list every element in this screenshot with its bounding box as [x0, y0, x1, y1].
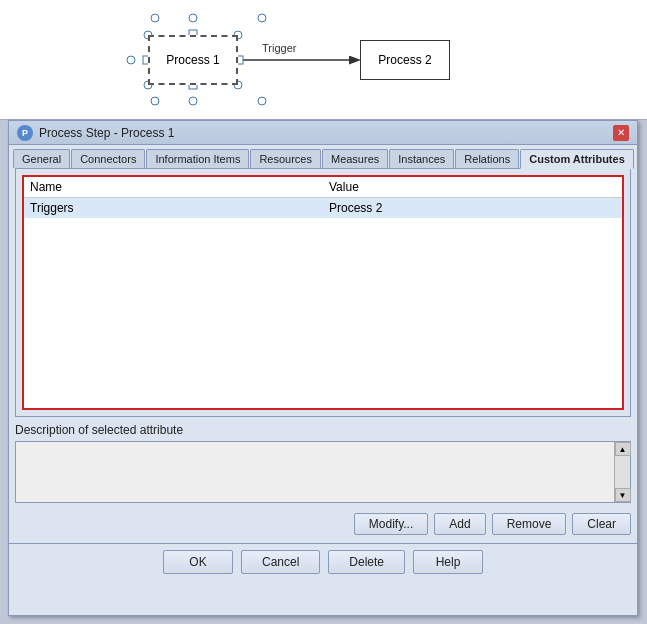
tab-instances[interactable]: Instances [389, 149, 454, 168]
add-button[interactable]: Add [434, 513, 485, 535]
tabs-bar: General Connectors Information Items Res… [9, 145, 637, 168]
remove-button[interactable]: Remove [492, 513, 567, 535]
table-header-row: Name Value [24, 177, 622, 198]
tab-information-items[interactable]: Information Items [146, 149, 249, 168]
process1-box[interactable]: Process 1 [148, 35, 238, 85]
modify-button[interactable]: Modify... [354, 513, 428, 535]
table-row[interactable]: Triggers Process 2 [24, 198, 622, 218]
tab-custom-attributes[interactable]: Custom Attributes [520, 149, 634, 169]
content-area: Name Value Triggers Process 2 [15, 168, 631, 417]
dialog-titlebar: P Process Step - Process 1 ✕ [9, 121, 637, 145]
description-textarea-wrapper: ▲ ▼ [15, 441, 631, 503]
close-button[interactable]: ✕ [613, 125, 629, 141]
scroll-down-button[interactable]: ▼ [615, 488, 631, 502]
svg-point-14 [258, 97, 266, 105]
row-value: Process 2 [323, 198, 622, 218]
svg-point-10 [189, 14, 197, 22]
svg-point-11 [189, 97, 197, 105]
process1-label: Process 1 [166, 53, 219, 67]
svg-point-12 [127, 56, 135, 64]
description-section: Description of selected attribute ▲ ▼ [9, 417, 637, 509]
delete-button[interactable]: Delete [328, 550, 405, 574]
help-button[interactable]: Help [413, 550, 483, 574]
row-name: Triggers [24, 198, 323, 218]
attribute-table-container: Name Value Triggers Process 2 [22, 175, 624, 410]
tab-measures[interactable]: Measures [322, 149, 388, 168]
trigger-label: Trigger [262, 42, 297, 54]
tab-connectors[interactable]: Connectors [71, 149, 145, 168]
tab-general[interactable]: General [13, 149, 70, 168]
diagram-area: Trigger Process 1 Process 2 [0, 0, 647, 120]
ok-button[interactable]: OK [163, 550, 233, 574]
dialog-icon: P [17, 125, 33, 141]
svg-point-15 [151, 14, 159, 22]
col-header-name: Name [24, 177, 323, 197]
tab-relations[interactable]: Relations [455, 149, 519, 168]
tab-resources[interactable]: Resources [250, 149, 321, 168]
svg-point-13 [258, 14, 266, 22]
description-label: Description of selected attribute [15, 423, 631, 437]
process2-label: Process 2 [378, 53, 431, 67]
scroll-up-button[interactable]: ▲ [615, 442, 631, 456]
col-header-value: Value [323, 177, 622, 197]
bottom-buttons: OK Cancel Delete Help [9, 543, 637, 580]
dialog: P Process Step - Process 1 ✕ General Con… [8, 120, 638, 616]
diagram-svg: Trigger [0, 0, 647, 119]
scrollbar-track: ▲ ▼ [614, 442, 630, 502]
clear-button[interactable]: Clear [572, 513, 631, 535]
process2-box[interactable]: Process 2 [360, 40, 450, 80]
action-buttons: Modify... Add Remove Clear [9, 509, 637, 539]
table-empty-area [24, 218, 622, 408]
dialog-title: Process Step - Process 1 [39, 126, 174, 140]
svg-point-16 [151, 97, 159, 105]
cancel-button[interactable]: Cancel [241, 550, 320, 574]
description-textarea[interactable] [16, 442, 614, 502]
dialog-title-left: P Process Step - Process 1 [17, 125, 174, 141]
